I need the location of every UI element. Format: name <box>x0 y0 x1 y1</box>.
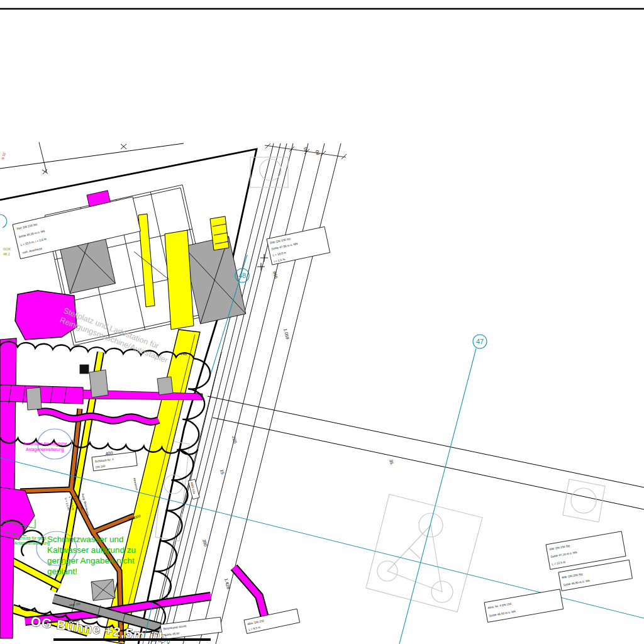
dim-45: 45 <box>303 147 308 152</box>
plus-markers <box>257 254 268 270</box>
dim-1059: 1.059 <box>283 328 290 340</box>
annotation-box-bottom-center-2: Abw. DN 150 L = 9,5 m <box>244 609 300 633</box>
long-diagonals <box>208 396 644 509</box>
axis-bubble-47-label: 47 <box>476 338 484 345</box>
axis-bubble-48-label: 48 <box>238 272 246 279</box>
dim-666: 666 <box>272 271 279 279</box>
survey-marks <box>39 142 126 174</box>
axis-bubble-partial <box>0 214 7 228</box>
equipment-square-circle-right <box>563 479 605 522</box>
dim-60: 60 <box>315 150 320 155</box>
note-line: Anschluss für mögliche <box>23 441 67 447</box>
olive-label-1: GOK <box>3 247 11 251</box>
olive-label-2: 48,2 <box>3 252 10 256</box>
dim-390: 390 <box>202 539 208 547</box>
note-line: Anlagenerweiterung <box>26 447 64 452</box>
abwasser-label: Abwasser <box>133 477 139 491</box>
red-parcel-label: B 32 <box>1 152 6 160</box>
note-line: Schmutzwasser und <box>47 535 124 544</box>
note-line: Anlagenerweiterung <box>14 541 50 546</box>
dim-220: 220 <box>231 436 238 444</box>
annotation-box-aws: AWS 01a <box>188 479 199 499</box>
dim-1428: 1.428 <box>224 578 231 590</box>
annotation-box-400: Schlauch Nr. 4 DN 100 <box>92 452 137 470</box>
note-line: geplant! <box>47 567 77 576</box>
cad-canvas: 47 48 RW: DN 150 Stz Sohle 48,30 m ü. NN… <box>0 0 644 644</box>
note-line: Anschluss für mögl. <box>13 536 47 541</box>
annotation-box-band: RW: DN 150 Stz Sohle 47,90 m ü. NN L = 1… <box>267 226 330 265</box>
dim-35: 35 <box>389 459 394 465</box>
axis-47 <box>399 335 487 644</box>
magenta-small-note: Anschluss für mögliche Anlagenerweiterun… <box>23 441 67 452</box>
annotation-box-bottom-right: Abst. Nr. 4 DN 150 Sohle 46,50 m ü. NN <box>484 589 564 623</box>
note-line: Kaltwasser aufgrund zu <box>47 545 136 555</box>
cad-plan-viewport: 47 48 RW: DN 150 Stz Sohle 48,30 m ü. NN… <box>0 0 644 644</box>
green-small-note: Anschluss für mögl. Anlagenerweiterung <box>13 536 50 546</box>
note-line: geringer Angaben nicht <box>47 556 135 565</box>
duct-mark-label: 4.48 <box>180 352 187 356</box>
dim-15: 15 <box>219 469 225 475</box>
